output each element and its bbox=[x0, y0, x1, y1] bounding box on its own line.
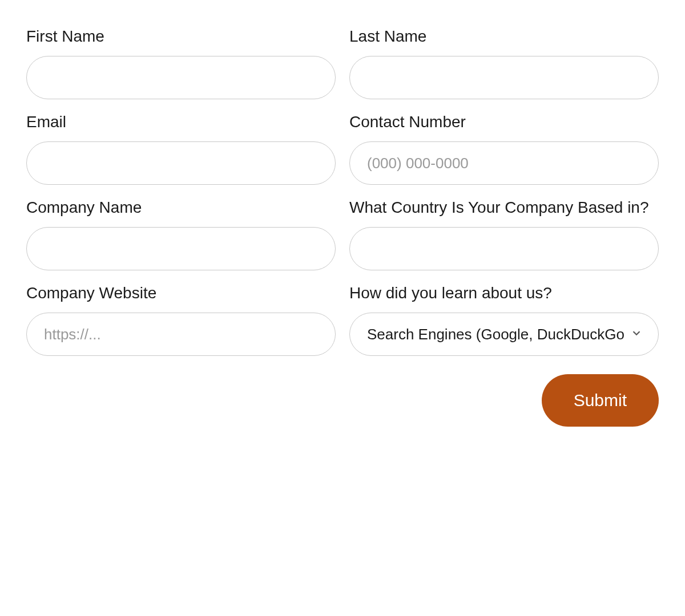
submit-button[interactable]: Submit bbox=[542, 374, 659, 427]
learn-about-field: How did you learn about us? Search Engin… bbox=[349, 284, 659, 356]
company-country-input[interactable] bbox=[349, 227, 659, 270]
company-website-field: Company Website bbox=[26, 284, 336, 356]
company-website-input[interactable] bbox=[26, 313, 336, 356]
company-name-field: Company Name bbox=[26, 198, 336, 270]
first-name-input[interactable] bbox=[26, 56, 336, 99]
email-label: Email bbox=[26, 113, 336, 131]
company-country-field: What Country Is Your Company Based in? bbox=[349, 198, 659, 270]
email-input[interactable] bbox=[26, 141, 336, 185]
company-country-label: What Country Is Your Company Based in? bbox=[349, 198, 659, 217]
learn-about-select-wrapper: Search Engines (Google, DuckDuckGo, etc) bbox=[349, 313, 659, 356]
contact-number-label: Contact Number bbox=[349, 113, 659, 131]
company-name-label: Company Name bbox=[26, 198, 336, 217]
company-website-label: Company Website bbox=[26, 284, 336, 302]
first-name-field: First Name bbox=[26, 27, 336, 99]
learn-about-label: How did you learn about us? bbox=[349, 284, 659, 302]
submit-row: Submit bbox=[26, 374, 659, 427]
company-name-input[interactable] bbox=[26, 227, 336, 270]
last-name-input[interactable] bbox=[349, 56, 659, 99]
last-name-label: Last Name bbox=[349, 27, 659, 46]
first-name-label: First Name bbox=[26, 27, 336, 46]
last-name-field: Last Name bbox=[349, 27, 659, 99]
contact-form: First Name Last Name Email Contact Numbe… bbox=[26, 27, 659, 427]
contact-number-field: Contact Number bbox=[349, 113, 659, 185]
learn-about-select[interactable]: Search Engines (Google, DuckDuckGo, etc) bbox=[349, 313, 659, 356]
email-field: Email bbox=[26, 113, 336, 185]
contact-number-input[interactable] bbox=[349, 141, 659, 185]
